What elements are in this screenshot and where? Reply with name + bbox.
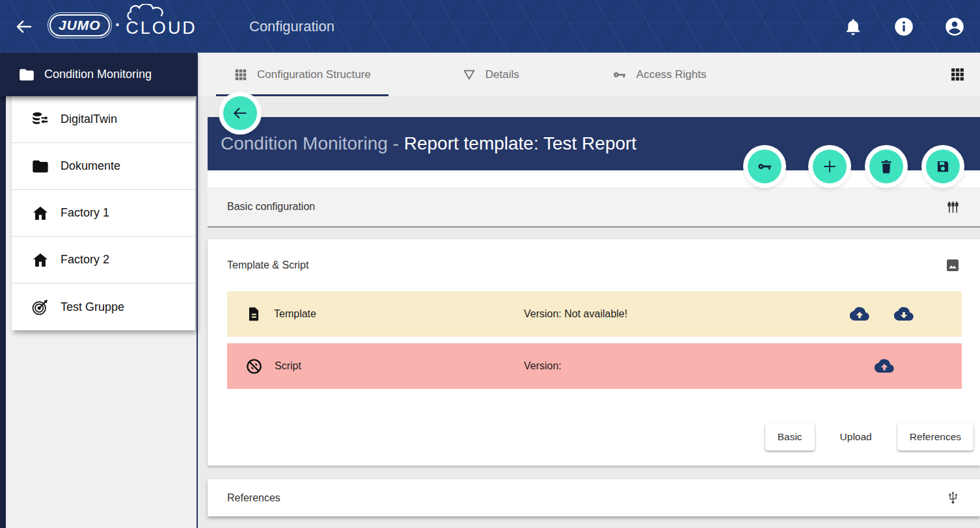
plus-icon: [821, 158, 838, 175]
sidebar-item-condition-monitoring[interactable]: Condition Monitoring: [0, 53, 197, 96]
account-icon[interactable]: [945, 17, 964, 36]
notifications-bell-icon[interactable]: [843, 17, 863, 36]
template-actions: [850, 291, 914, 337]
add-fab[interactable]: [813, 150, 847, 183]
key-icon: [756, 158, 773, 175]
script-actions: [875, 343, 894, 389]
tab-bar: Configuration Structure Details Access R…: [198, 53, 980, 96]
file-name: Script: [275, 360, 301, 372]
template-row: Template Version: Not available!: [227, 291, 962, 337]
sidebar-item-label: Factory 2: [61, 253, 109, 267]
sidebar-item-test-gruppe[interactable]: Test Gruppe: [12, 284, 195, 330]
image-icon[interactable]: [945, 257, 960, 273]
sidebar-item-label: Test Gruppe: [61, 300, 124, 314]
entity-title-prefix: Condition Monitoring -: [221, 133, 404, 154]
tab-access-rights[interactable]: Access Rights: [594, 53, 724, 96]
cloud-download-icon[interactable]: [894, 304, 914, 324]
usb-icon[interactable]: [946, 490, 960, 505]
grid-icon: [234, 68, 248, 82]
jumo-logo: JUMO: [49, 14, 110, 36]
jumo-cloud-logo: JUMO · CLOUD: [49, 12, 197, 38]
entity-title: Condition Monitoring - Report template: …: [208, 117, 980, 170]
entity-title-main: Report template: Test Report: [404, 133, 636, 154]
tune-icon[interactable]: [946, 200, 960, 215]
filter-icon: [462, 68, 476, 82]
save-fab[interactable]: [926, 150, 960, 183]
cloud-upload-icon[interactable]: [875, 356, 894, 376]
apps-grid-icon[interactable]: [949, 66, 966, 83]
access-key-fab[interactable]: [748, 150, 782, 183]
section-basic-configuration[interactable]: Basic configuration: [208, 187, 980, 228]
version-label: Version:: [524, 360, 562, 372]
cloud-upload-icon[interactable]: [850, 304, 869, 324]
document-icon: [245, 306, 262, 323]
section-references[interactable]: References: [208, 479, 980, 516]
tab-label: Details: [485, 68, 519, 81]
sidebar-item-factory-2[interactable]: Factory 2: [12, 237, 195, 284]
tab-details[interactable]: Details: [444, 53, 537, 96]
trash-icon: [878, 158, 895, 175]
sidebar-item-dokumente[interactable]: Dokumente: [12, 143, 195, 190]
cloud-wordmark: CLOUD: [126, 12, 197, 38]
tab-label: Configuration Structure: [257, 68, 371, 81]
version-label: Version: Not available!: [524, 308, 627, 320]
file-name: Template: [274, 308, 316, 320]
page-title: Configuration: [249, 0, 334, 53]
sidebar-group-panel: DigitalTwin Dokumente Factory 1 Factory …: [12, 96, 195, 330]
sidebar-root-label: Condition Monitoring: [44, 68, 152, 81]
digital-twin-icon: [31, 111, 49, 129]
back-fab[interactable]: [223, 96, 257, 130]
back-arrow-icon[interactable]: [14, 17, 34, 36]
tab-configuration-structure[interactable]: Configuration Structure: [216, 53, 388, 96]
template-script-buttons: Basic Upload References: [208, 423, 973, 451]
section-label: References: [227, 492, 280, 504]
section-label: Basic configuration: [227, 201, 315, 213]
sidebar-rail: [0, 53, 6, 528]
sidebar-item-label: DigitalTwin: [61, 112, 117, 126]
jumo-cloud-app: JUMO · CLOUD Configuration Condition Mon…: [0, 0, 980, 528]
script-off-icon: [245, 358, 263, 375]
target-icon: [31, 298, 49, 316]
sidebar-divider: [197, 53, 198, 528]
section-label: Template & Script: [227, 259, 308, 271]
sidebar-item-digitaltwin[interactable]: DigitalTwin: [12, 96, 195, 143]
main-content: Configuration Structure Details Access R…: [198, 53, 980, 528]
key-icon: [612, 67, 627, 83]
band-underlay: [208, 170, 980, 187]
script-row: Script Version:: [227, 343, 962, 389]
upload-button[interactable]: Upload: [828, 423, 884, 451]
delete-fab[interactable]: [869, 150, 903, 183]
home-icon: [31, 204, 49, 222]
folder-icon: [18, 66, 35, 83]
cloud-wordmark-text: CLOUD: [126, 18, 197, 38]
save-icon: [934, 158, 951, 175]
folder-icon: [31, 157, 49, 176]
sidebar-item-factory-1[interactable]: Factory 1: [12, 190, 195, 237]
tab-label: Access Rights: [636, 68, 707, 81]
template-script-header: Template & Script: [208, 239, 980, 291]
section-template-script: Template & Script Template Version: Not …: [208, 239, 980, 466]
basic-button[interactable]: Basic: [765, 423, 815, 451]
sidebar-item-label: Factory 1: [61, 206, 109, 220]
brand-separator: ·: [115, 15, 121, 35]
home-icon: [31, 251, 49, 269]
arrow-left-icon: [232, 105, 249, 122]
sidebar-item-label: Dokumente: [61, 159, 120, 173]
references-button[interactable]: References: [897, 423, 973, 451]
entity-title-band: Condition Monitoring - Report template: …: [208, 117, 980, 170]
topbar: JUMO · CLOUD Configuration: [0, 0, 980, 53]
cloud-outline-icon: [127, 4, 178, 21]
info-icon[interactable]: [894, 17, 914, 36]
